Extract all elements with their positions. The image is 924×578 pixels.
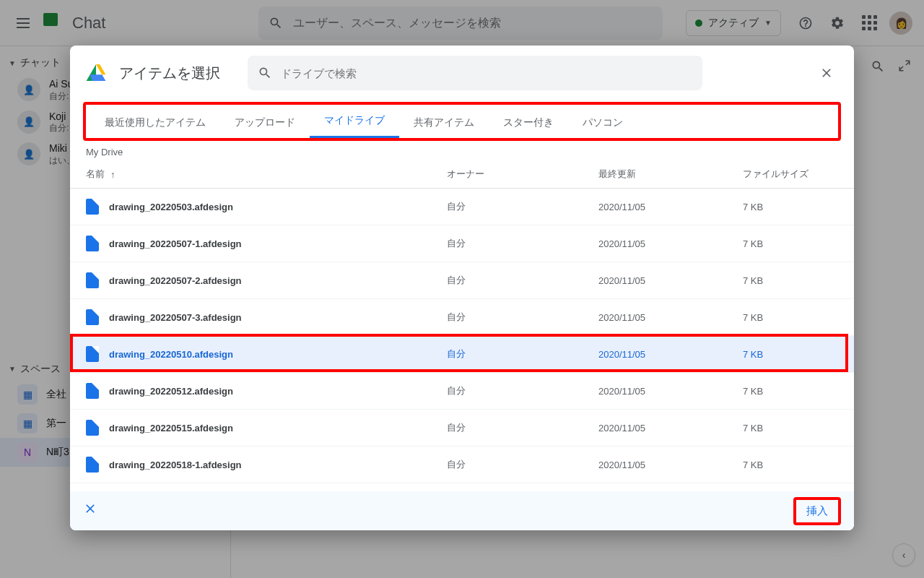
file-size: 7 KB xyxy=(743,386,838,397)
file-owner: 自分 xyxy=(447,311,598,324)
file-row[interactable]: drawing_20220507-1.afdesign 自分 2020/11/0… xyxy=(70,225,854,262)
modal-title: アイテムを選択 xyxy=(119,64,220,83)
close-icon xyxy=(819,66,834,80)
file-size: 7 KB xyxy=(743,312,838,323)
file-picker-modal: アイテムを選択 最近使用したアイテムアップロードマイドライブ共有アイテムスター付… xyxy=(70,46,854,530)
sort-asc-icon: ↑ xyxy=(110,169,116,180)
drive-search[interactable] xyxy=(248,56,702,90)
file-date: 2020/11/05 xyxy=(598,275,743,286)
picker-tab[interactable]: パソコン xyxy=(568,106,637,138)
file-icon xyxy=(86,346,99,362)
file-size: 7 KB xyxy=(743,423,838,434)
file-date: 2020/11/05 xyxy=(598,202,743,212)
picker-tab[interactable]: スター付き xyxy=(489,106,568,138)
file-icon xyxy=(86,309,99,325)
file-name: drawing_20220507-2.afdesign xyxy=(109,275,242,286)
file-name: drawing_20220510.afdesign xyxy=(109,349,233,360)
file-date: 2020/11/05 xyxy=(598,423,743,434)
column-owner[interactable]: オーナー xyxy=(447,168,598,181)
file-row[interactable]: drawing_20220515.afdesign 自分 2020/11/05 … xyxy=(70,410,854,447)
file-size: 7 KB xyxy=(743,275,838,286)
file-name: drawing_20220507-1.afdesign xyxy=(109,238,242,249)
file-owner: 自分 xyxy=(447,348,598,361)
file-icon xyxy=(86,457,99,473)
file-size: 7 KB xyxy=(743,238,838,249)
footer-close-button[interactable] xyxy=(83,501,97,520)
file-name: drawing_20220512.afdesign xyxy=(109,386,233,397)
file-date: 2020/11/05 xyxy=(598,312,743,323)
search-icon xyxy=(258,66,272,80)
file-date: 2020/11/05 xyxy=(598,386,743,397)
file-icon xyxy=(86,420,99,436)
file-owner: 自分 xyxy=(447,274,598,287)
file-size: 7 KB xyxy=(743,349,838,360)
modal-header: アイテムを選択 xyxy=(70,46,854,100)
drive-logo-icon xyxy=(86,64,106,82)
file-icon xyxy=(86,199,99,215)
file-owner: 自分 xyxy=(447,237,598,250)
file-row[interactable]: drawing_20220518-1.afdesign 自分 2020/11/0… xyxy=(70,447,854,483)
insert-button[interactable]: 挿入 xyxy=(793,497,841,525)
file-row[interactable]: drawing_20220510.afdesign 自分 2020/11/05 … xyxy=(70,336,854,373)
column-modified[interactable]: 最終更新 xyxy=(598,168,743,181)
file-icon xyxy=(86,236,99,251)
picker-tabs: 最近使用したアイテムアップロードマイドライブ共有アイテムスター付きパソコン xyxy=(83,102,841,141)
breadcrumb[interactable]: My Drive xyxy=(86,147,123,158)
close-icon xyxy=(83,501,97,516)
file-size: 7 KB xyxy=(743,202,838,212)
picker-tab[interactable]: 共有アイテム xyxy=(399,106,489,138)
file-date: 2020/11/05 xyxy=(598,460,743,470)
file-row[interactable]: drawing_20220507-3.afdesign 自分 2020/11/0… xyxy=(70,299,854,336)
view-grid-toggle[interactable] xyxy=(825,152,838,153)
file-date: 2020/11/05 xyxy=(598,349,743,360)
file-size: 7 KB xyxy=(743,460,838,470)
file-icon xyxy=(86,383,99,399)
column-size[interactable]: ファイルサイズ xyxy=(743,168,838,181)
column-name[interactable]: 名前 ↑ xyxy=(86,168,447,181)
picker-tab[interactable]: アップロード xyxy=(220,106,310,138)
file-owner: 自分 xyxy=(447,421,598,434)
file-icon xyxy=(86,272,99,288)
file-row[interactable]: drawing_20220518-2.afdesign 自分 2020/11/0… xyxy=(70,483,854,491)
picker-tab[interactable]: マイドライブ xyxy=(310,104,399,138)
file-name: drawing_20220507-3.afdesign xyxy=(109,312,242,323)
file-list[interactable]: drawing_20220503.afdesign 自分 2020/11/05 … xyxy=(70,189,854,491)
file-name: drawing_20220518-1.afdesign xyxy=(109,460,242,470)
file-owner: 自分 xyxy=(447,384,598,397)
drive-search-input[interactable] xyxy=(281,67,692,79)
file-list-header: 名前 ↑ オーナー 最終更新 ファイルサイズ xyxy=(70,163,854,189)
file-owner: 自分 xyxy=(447,458,598,471)
picker-tab[interactable]: 最近使用したアイテム xyxy=(90,106,220,138)
file-owner: 自分 xyxy=(447,200,598,213)
modal-close-button[interactable] xyxy=(815,61,838,85)
file-row[interactable]: drawing_20220507-2.afdesign 自分 2020/11/0… xyxy=(70,262,854,299)
file-row[interactable]: drawing_20220512.afdesign 自分 2020/11/05 … xyxy=(70,373,854,410)
file-name: drawing_20220503.afdesign xyxy=(109,202,233,212)
modal-footer: 挿入 xyxy=(70,491,854,530)
file-row[interactable]: drawing_20220503.afdesign 自分 2020/11/05 … xyxy=(70,189,854,225)
file-name: drawing_20220515.afdesign xyxy=(109,423,233,434)
file-date: 2020/11/05 xyxy=(598,238,743,249)
